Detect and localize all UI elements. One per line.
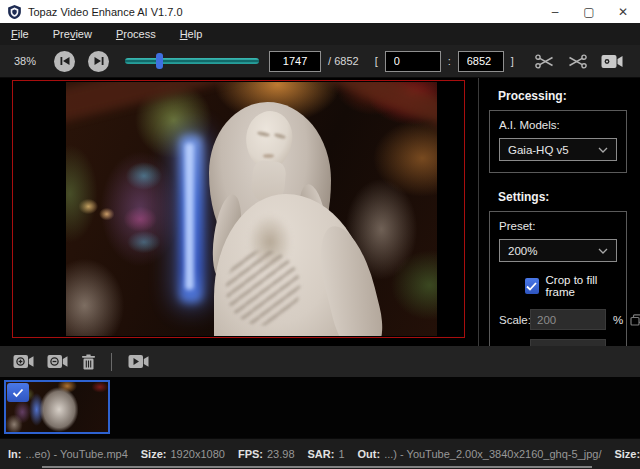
status-fps: FPS:23.98: [238, 448, 295, 460]
remove-video-button[interactable]: [47, 354, 68, 369]
ai-model-dropdown[interactable]: Gaia-HQ v5: [499, 138, 617, 161]
status-in: In:...eo) - YouTube.mp4: [8, 448, 128, 460]
current-frame-input[interactable]: [269, 51, 321, 72]
status-sar: SAR:1: [308, 448, 345, 460]
video-still-background: [66, 82, 437, 336]
status-out-size: Size:3840x2160: [614, 448, 640, 460]
skip-to-end-button[interactable]: [88, 51, 109, 72]
trash-icon: [81, 354, 96, 370]
minimize-button[interactable]: –: [538, 0, 572, 23]
crop-to-fill-label: Crop to fill frame: [546, 274, 617, 298]
menu-file[interactable]: File: [0, 23, 41, 45]
topaz-shield-icon: [8, 5, 21, 19]
title-bar: Topaz Video Enhance AI V1.7.0 – ▢ ✕: [0, 0, 640, 23]
status-out: Out:...) - YouTube_2.00x_3840x2160_ghq-5…: [358, 448, 602, 460]
trim-end-scissors-button[interactable]: [568, 54, 587, 69]
total-frames-label: / 6852: [328, 55, 359, 67]
processing-panel: Processing: A.I. Models: Gaia-HQ v5 Sett…: [478, 78, 640, 346]
scale-unit: %: [613, 314, 623, 326]
preset-value: 200%: [508, 245, 537, 257]
crop-to-fill-row[interactable]: Crop to fill frame: [525, 274, 617, 298]
camera-remove-icon: [47, 354, 68, 369]
trim-bracket-open: [: [375, 55, 378, 67]
delete-clip-button[interactable]: [81, 354, 96, 370]
window-controls: – ▢ ✕: [538, 0, 640, 23]
preview-clip-button[interactable]: [128, 354, 149, 369]
thumbnail-strip: [0, 377, 640, 438]
scissors-icon: [535, 54, 554, 69]
thumbnail-selected-badge[interactable]: [7, 383, 29, 402]
settings-group: Preset: 200% Crop to fill frame: [489, 211, 627, 346]
trim-colon: :: [448, 55, 451, 67]
width-input: [530, 339, 606, 346]
timeline-slider[interactable]: [125, 52, 259, 70]
close-button[interactable]: ✕: [606, 0, 640, 23]
export-video-button[interactable]: [601, 54, 623, 69]
window-title: Topaz Video Enhance AI V1.7.0: [28, 6, 183, 18]
checkmark-icon: [526, 282, 537, 291]
playback-toolbar: 38% / 6852 [ : ]: [0, 45, 640, 78]
status-bar: In:...eo) - YouTube.mp4 Size:1920x1080 F…: [0, 438, 640, 469]
trim-end-input[interactable]: [458, 51, 504, 72]
copy-icon[interactable]: [630, 314, 640, 326]
main-area: Processing: A.I. Models: Gaia-HQ v5 Sett…: [0, 78, 640, 346]
camera-play-icon: [128, 354, 149, 369]
add-video-button[interactable]: [13, 354, 34, 369]
preset-dropdown[interactable]: 200%: [499, 239, 617, 262]
chevron-down-icon: [598, 147, 608, 153]
menu-preview[interactable]: Preview: [41, 23, 104, 45]
ai-models-group: A.I. Models: Gaia-HQ v5: [489, 110, 627, 173]
trim-bracket-close: ]: [511, 55, 514, 67]
zoom-level-label: 38%: [14, 55, 36, 67]
video-preview-area[interactable]: [0, 78, 478, 346]
slider-handle[interactable]: [156, 53, 163, 69]
crop-to-fill-checkbox[interactable]: [525, 278, 539, 294]
menu-process[interactable]: Process: [104, 23, 168, 45]
menu-help[interactable]: Help: [168, 23, 215, 45]
skip-to-start-button[interactable]: [54, 51, 75, 72]
window-bottom-edge: [42, 466, 592, 468]
preset-label: Preset:: [499, 220, 617, 232]
settings-header: Settings:: [498, 190, 640, 204]
scale-row: Scale: %: [499, 309, 617, 330]
scale-label: Scale:: [499, 314, 530, 326]
processing-header: Processing:: [498, 89, 640, 103]
ai-model-value: Gaia-HQ v5: [508, 144, 569, 156]
scissors-flipped-icon: [568, 54, 587, 69]
video-thumbnail[interactable]: [4, 380, 110, 434]
menu-bar: File Preview Process Help: [0, 23, 640, 45]
app-window: Topaz Video Enhance AI V1.7.0 – ▢ ✕ File…: [0, 0, 640, 469]
marble-statue: [66, 82, 437, 336]
clip-toolbar: [0, 346, 640, 377]
video-frame[interactable]: [66, 82, 437, 336]
video-camera-icon: [601, 54, 623, 69]
chevron-down-icon: [598, 248, 608, 254]
trim-start-input[interactable]: [385, 51, 441, 72]
skip-forward-icon: [94, 56, 104, 66]
slider-track-line: [125, 60, 259, 62]
scale-input: [530, 309, 606, 330]
checkmark-icon: [12, 388, 24, 398]
toolbar-divider: [111, 353, 112, 371]
trim-start-scissors-button[interactable]: [535, 54, 554, 69]
skip-back-icon: [60, 56, 70, 66]
maximize-button[interactable]: ▢: [572, 0, 606, 23]
ai-models-label: A.I. Models:: [499, 119, 617, 131]
camera-add-icon: [13, 354, 34, 369]
status-in-size: Size:1920x1080: [141, 448, 225, 460]
width-row: Width: px: [499, 339, 617, 346]
